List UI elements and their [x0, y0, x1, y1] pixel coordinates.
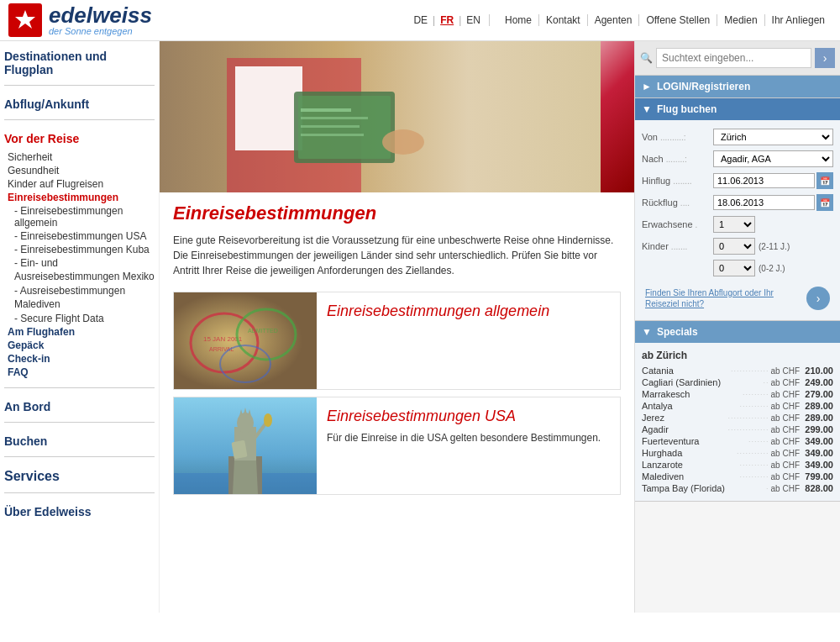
nach-control: Agadir, AGA	[713, 150, 833, 167]
von-select[interactable]: Zürich	[713, 129, 833, 145]
lang-de[interactable]: DE	[413, 14, 428, 26]
page-title: Einreisebestimmungen	[173, 203, 621, 224]
flug-buchen-header[interactable]: ▼ Flug buchen	[635, 98, 840, 120]
search-flights-button[interactable]: ›	[806, 287, 830, 310]
login-header[interactable]: ► LOGIN/Registrieren	[635, 76, 840, 97]
sidebar-item-einreise-usa[interactable]: - Einreisebestimmungen USA	[14, 229, 155, 243]
form-row-kinder2: 0 1 (0-2 J.)	[642, 260, 833, 276]
sidebar-item-buchen[interactable]: Buchen	[4, 434, 155, 448]
kinder-age-label: (2-11 J.)	[759, 242, 790, 251]
special-row-hurghada: Hurghada ··········· ab CHF 349.00	[642, 447, 833, 459]
nav-medien[interactable]: Medien	[717, 14, 764, 26]
sidebar-section-vor-der-reise: Vor der Reise Sicherheit Gesundheit Kind…	[4, 132, 155, 388]
form-row-rueckflug: Rückflug .... 📅	[642, 194, 833, 211]
kinder-select[interactable]: 0 1 2	[713, 238, 755, 255]
search-box: 🔍 ›	[635, 41, 840, 76]
erwachsene-select[interactable]: 1 2 3 4	[713, 216, 755, 233]
logo-text: edelweiss der Sonne entgegen	[49, 4, 152, 36]
sidebar-item-faq[interactable]: FAQ	[8, 366, 155, 379]
hinflug-input[interactable]	[713, 173, 815, 188]
card-content-allgemein: Einreisebestimmungen allgemein	[317, 292, 620, 389]
special-row-lanzarote: Lanzarote ·········· ab CHF 349.00	[642, 459, 833, 471]
svg-marker-0	[15, 10, 35, 29]
sidebar-item-gesundheit[interactable]: Gesundheit	[8, 164, 155, 177]
special-row-fuerteventura: Fuerteventura ······· ab CHF 349.00	[642, 435, 833, 447]
nav-agenten[interactable]: Agenten	[588, 14, 640, 26]
svg-rect-28	[262, 473, 317, 494]
svg-rect-7	[301, 108, 351, 112]
lang-fr[interactable]: FR	[440, 14, 454, 26]
sidebar-item-am-flughafen[interactable]: Am Flughafen	[8, 325, 155, 339]
rueckflug-input[interactable]	[713, 195, 815, 210]
svg-rect-8	[301, 117, 368, 119]
lang-en[interactable]: EN	[466, 14, 480, 26]
von-label: Von ..........:	[642, 132, 713, 142]
nach-select[interactable]: Agadir, AGA	[713, 150, 833, 167]
special-row-malediven: Malediven ·········· ab CHF 799.00	[642, 471, 833, 482]
card-einreise-allgemein: 15 JAN 2001 ARRIVAL ADMITTED Einreisebes…	[173, 292, 621, 390]
special-row-catania: Catania ············· ab CHF 210.00	[642, 365, 833, 376]
intro-text: Eine gute Reisevorbereitung ist die Vora…	[173, 233, 621, 278]
nav-kontakt[interactable]: Kontakt	[539, 14, 588, 26]
sidebar-item-sicherheit[interactable]: Sicherheit	[8, 150, 155, 164]
kinder2-select[interactable]: 0 1	[713, 260, 755, 276]
sidebar-item-einreise-allgemein[interactable]: - Einreisebestimmungen allgemein	[14, 204, 155, 229]
erwachsene-label: Erwachsene .	[642, 219, 713, 229]
sidebar-item-einreise-kuba[interactable]: - Einreisebestimmungen Kuba	[14, 243, 155, 256]
sidebar-section-services: Services	[4, 469, 155, 493]
flug-arrow-icon: ▼	[642, 103, 652, 115]
svg-rect-26	[231, 440, 247, 459]
sidebar-item-services[interactable]: Services	[4, 469, 155, 484]
lang-switcher: DE | FR | EN	[413, 14, 480, 26]
hinflug-calendar-button[interactable]: 📅	[816, 172, 833, 189]
specials-header[interactable]: ▼ Specials	[635, 321, 840, 343]
nav-offene-stellen[interactable]: Offene Stellen	[639, 14, 717, 26]
sidebar-item-ausreise-malediven[interactable]: - Ausreisebestimmungen Malediven	[14, 284, 155, 312]
sidebar-item-uber[interactable]: Über Edelweiss	[4, 505, 155, 518]
specials-body: ab Zürich Catania ············· ab CHF 2…	[635, 343, 840, 501]
sidebar-item-ausreise-mexiko[interactable]: - Ein- und Ausreisebestimmungen Mexiko	[14, 256, 155, 284]
special-row-marrakesch: Marrakesch ········· ab CHF 279.00	[642, 388, 833, 400]
not-found-link[interactable]: Finden Sie Ihren Abflugort oder Ihr Reis…	[645, 287, 801, 309]
sidebar-item-destinationen[interactable]: Destinationen und Flugplan	[4, 50, 155, 76]
sidebar-item-gepaeck[interactable]: Gepäck	[8, 339, 155, 352]
content-body: Einreisebestimmungen Eine gute Reisevorb…	[160, 192, 634, 512]
svg-point-11	[382, 129, 424, 155]
rueckflug-calendar-button[interactable]: 📅	[816, 194, 833, 211]
flug-buchen-section: ▼ Flug buchen Von ..........: Zürich Nac…	[635, 98, 840, 321]
search-icon: 🔍	[640, 52, 653, 64]
sidebar-section-an-bord: An Bord	[4, 400, 155, 423]
svg-point-25	[264, 413, 272, 427]
logo-icon	[8, 3, 42, 37]
card-title-allgemein[interactable]: Einreisebestimmungen allgemein	[327, 303, 610, 320]
content-area: Einreisebestimmungen Eine gute Reisevorb…	[160, 41, 634, 613]
form-row-nach: Nach ........: Agadir, AGA	[642, 150, 833, 167]
sidebar-item-checkin[interactable]: Check-in	[8, 352, 155, 366]
card-thumb-passport: 15 JAN 2001 ARRIVAL ADMITTED	[174, 292, 317, 389]
card-title-usa[interactable]: Einreisebestimmungen USA	[327, 408, 610, 425]
special-row-tampabay: Tampa Bay (Florida) · ab CHF 828.00	[642, 482, 833, 494]
specials-label: Specials	[657, 326, 698, 338]
nav-home[interactable]: Home	[498, 14, 539, 26]
search-submit-button[interactable]: ›	[815, 48, 835, 68]
hero-image	[160, 41, 634, 192]
sidebar-item-kinder[interactable]: Kinder auf Flugreisen	[8, 177, 155, 191]
sidebar-title-vor-der-reise: Vor der Reise	[4, 132, 155, 145]
form-row-hinflug: Hinflug ........ 📅	[642, 172, 833, 189]
von-control: Zürich	[713, 129, 833, 145]
logo-brand: edelweiss	[49, 4, 152, 26]
sidebar-section-uber: Über Edelweiss	[4, 505, 155, 518]
flug-buchen-body: Von ..........: Zürich Nach ........: Ag…	[635, 120, 840, 320]
card-text-usa: Für die Einreise in die USA gelten beson…	[327, 430, 610, 445]
flug-buchen-label: Flug buchen	[657, 103, 717, 115]
sidebar-item-an-bord[interactable]: An Bord	[4, 400, 155, 413]
sidebar-item-secure-flight-data[interactable]: - Secure Flight Data	[14, 312, 155, 325]
sidebar-item-abflug[interactable]: Abflug/Ankunft	[4, 97, 155, 111]
sidebar-item-einreise[interactable]: Einreisebestimmungen	[8, 191, 155, 204]
svg-text:ADMITTED: ADMITTED	[248, 328, 278, 334]
specials-section: ▼ Specials ab Zürich Catania ···········…	[635, 321, 840, 502]
nav-ihr-anliegen[interactable]: Ihr Anliegen	[765, 14, 832, 26]
svg-point-23	[237, 413, 254, 433]
search-input[interactable]	[656, 48, 811, 68]
top-bar: edelweiss der Sonne entgegen DE | FR | E…	[0, 0, 840, 41]
